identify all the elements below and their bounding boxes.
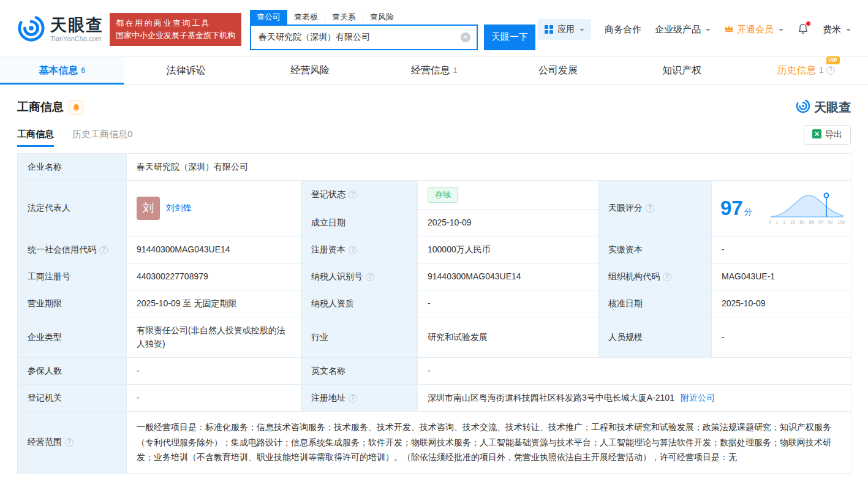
address-value: 深圳市南山区粤海街道科技园社区科发路3号中电长城大厦A-2101附近公司 bbox=[418, 385, 851, 412]
search-button[interactable]: 天眼一下 bbox=[484, 25, 535, 50]
tab-label: 知识产权 bbox=[662, 64, 701, 77]
subtab-business-registration[interactable]: 工商信息 bbox=[17, 129, 54, 147]
tab-company-development[interactable]: 公司发展 bbox=[496, 57, 620, 84]
slogan-banner: 都在用的商业查询工具 国家中小企业发展子基金旗下机构 bbox=[110, 13, 241, 46]
monitor-bell-button[interactable] bbox=[69, 100, 83, 115]
score-unit: 分 bbox=[744, 206, 752, 218]
vip-label: 开通会员 bbox=[737, 24, 774, 36]
subtab-label: 工商信息 bbox=[17, 129, 54, 139]
question-icon[interactable] bbox=[826, 66, 835, 75]
search-tab-boss[interactable]: 查老板 bbox=[287, 10, 325, 25]
enterprise-products-link[interactable]: 企业级产品 bbox=[655, 24, 711, 36]
tianyancha-logo[interactable]: 天眼查 TianYanCha.com bbox=[17, 14, 104, 45]
score-value: 97 分 0131550859799100 bbox=[712, 181, 851, 236]
company-nav-tabs: 基本信息 6 法律诉讼 经营风险 经营信息 1 公司发展 知识产权 VIP 历史… bbox=[0, 56, 868, 85]
logo-text: 天眼查 bbox=[50, 17, 104, 34]
taxpayer-id-label: 纳税人识别号 bbox=[301, 263, 418, 290]
nearby-companies-link[interactable]: 附近公司 bbox=[681, 393, 715, 402]
industry-value: 研究和试验发展 bbox=[418, 317, 598, 358]
table-row: 经营范围 一般经营项目是：标准化服务；信息技术咨询服务；技术服务、技术开发、技术… bbox=[18, 412, 851, 474]
staff-size-value: - bbox=[712, 317, 851, 358]
score-curve bbox=[769, 191, 845, 219]
tab-label: 法律诉讼 bbox=[167, 64, 206, 77]
reg-number-label: 工商注册号 bbox=[18, 263, 127, 290]
tab-legal-litigation[interactable]: 法律诉讼 bbox=[124, 57, 247, 84]
reg-authority-label: 登记机关 bbox=[18, 385, 127, 412]
tab-history-info[interactable]: VIP 历史信息 1 bbox=[744, 57, 868, 84]
score-distribution-chart[interactable]: 0131550859799100 bbox=[769, 191, 845, 226]
company-type-label: 企业类型 bbox=[18, 317, 127, 358]
tab-operational-risk[interactable]: 经营风险 bbox=[248, 57, 372, 84]
search-tab-company[interactable]: 查公司 bbox=[250, 10, 287, 25]
top-header: 天眼查 TianYanCha.com 都在用的商业查询工具 国家中小企业发展子基… bbox=[0, 0, 868, 56]
apps-button[interactable]: 应用 bbox=[538, 19, 591, 40]
user-menu[interactable]: 费米 bbox=[823, 24, 851, 36]
taxpayer-quality-label: 纳税人资质 bbox=[301, 290, 418, 317]
search-input[interactable] bbox=[251, 26, 477, 49]
apps-label: 应用 bbox=[557, 24, 575, 35]
tab-intellectual-property[interactable]: 知识产权 bbox=[620, 57, 744, 84]
insured-value: - bbox=[127, 358, 301, 385]
table-row: 登记机关 - 注册地址 深圳市南山区粤海街道科技园社区科发路3号中电长城大厦A-… bbox=[18, 385, 851, 412]
export-button[interactable]: 导出 bbox=[804, 125, 851, 145]
search-tab-risk[interactable]: 查风险 bbox=[363, 10, 401, 25]
username-label: 费米 bbox=[823, 24, 841, 36]
question-icon[interactable] bbox=[366, 273, 374, 281]
crown-icon bbox=[724, 24, 734, 35]
company-name-label: 企业名称 bbox=[18, 154, 127, 181]
legal-rep-link[interactable]: 刘剑锋 bbox=[166, 202, 192, 215]
question-icon[interactable] bbox=[349, 246, 357, 254]
notifications-button[interactable] bbox=[797, 23, 809, 37]
table-row: 企业类型 有限责任公司(非自然人投资或控股的法人独资) 行业 研究和试验发展 人… bbox=[18, 317, 851, 358]
question-icon[interactable] bbox=[99, 246, 108, 254]
table-row: 法定代表人 刘 刘剑锋 登记状态 存续 天眼评分 97 分 bbox=[18, 181, 851, 210]
search-tab-relation[interactable]: 查关系 bbox=[325, 10, 363, 25]
enterprise-label: 企业级产品 bbox=[655, 24, 701, 36]
table-row: 统一社会信用代码 91440300MAG043UE14 注册资本 100000万… bbox=[18, 236, 851, 263]
taxpayer-id-value: 91440300MAG043UE14 bbox=[418, 263, 598, 290]
reg-status-value: 存续 bbox=[418, 181, 598, 210]
table-row: 工商注册号 440300227708979 纳税人识别号 91440300MAG… bbox=[18, 263, 851, 290]
legal-rep-label: 法定代表人 bbox=[18, 181, 127, 236]
business-term-value: 2025-10-09 至 无固定期限 bbox=[127, 290, 301, 317]
tab-count: 6 bbox=[81, 66, 85, 75]
org-code-value: MAG043UE-1 bbox=[712, 263, 851, 290]
watermark-text: 天眼查 bbox=[814, 99, 851, 116]
bell-icon bbox=[72, 103, 81, 112]
org-code-label: 组织机构代码 bbox=[598, 263, 712, 290]
tab-basic-info[interactable]: 基本信息 6 bbox=[0, 57, 124, 84]
score-axis-labels: 0131550859799100 bbox=[769, 219, 845, 226]
company-type-value: 有限责任公司(非自然人投资或控股的法人独资) bbox=[127, 317, 301, 358]
reg-status-label: 登记状态 bbox=[301, 181, 418, 210]
question-icon[interactable] bbox=[663, 273, 671, 281]
question-icon[interactable] bbox=[646, 204, 654, 213]
subtab-history-registration[interactable]: 历史工商信息0 bbox=[72, 129, 132, 147]
question-icon[interactable] bbox=[349, 191, 357, 199]
business-scope-label: 经营范围 bbox=[18, 412, 127, 474]
cooperation-label: 商务合作 bbox=[605, 24, 641, 36]
search-area: 查公司 查老板 查关系 查风险 天眼一下 bbox=[250, 9, 535, 50]
reg-number-value: 440300227708979 bbox=[127, 263, 301, 290]
approve-date-label: 核准日期 bbox=[598, 290, 712, 317]
english-name-label: 英文名称 bbox=[301, 358, 418, 385]
clear-search-icon[interactable] bbox=[461, 32, 470, 42]
tianyancha-logo-icon bbox=[17, 14, 45, 45]
question-icon[interactable] bbox=[65, 438, 74, 447]
subtab-row: 工商信息 历史工商信息0 导出 bbox=[17, 125, 851, 147]
establish-date-label: 成立日期 bbox=[301, 210, 418, 236]
vip-badge: VIP bbox=[826, 56, 840, 65]
tab-label: 历史信息 bbox=[777, 64, 816, 77]
tianyancha-logo-icon bbox=[796, 99, 810, 116]
tab-label: 经营风险 bbox=[290, 64, 330, 77]
question-icon[interactable] bbox=[349, 394, 357, 402]
paid-capital-value: - bbox=[712, 236, 851, 263]
tab-business-info[interactable]: 经营信息 1 bbox=[372, 57, 496, 84]
vip-upgrade-link[interactable]: 开通会员 bbox=[724, 24, 783, 36]
reg-authority-value: - bbox=[127, 385, 301, 412]
tab-label: 基本信息 bbox=[39, 64, 78, 77]
business-cooperation-link[interactable]: 商务合作 bbox=[605, 24, 641, 36]
table-row: 参保人数 - 英文名称 - bbox=[18, 358, 851, 385]
watermark-logo: 天眼查 bbox=[796, 99, 851, 116]
logo-subtext: TianYanCha.com bbox=[50, 35, 104, 42]
section-header: 工商信息 天眼查 bbox=[17, 98, 851, 116]
